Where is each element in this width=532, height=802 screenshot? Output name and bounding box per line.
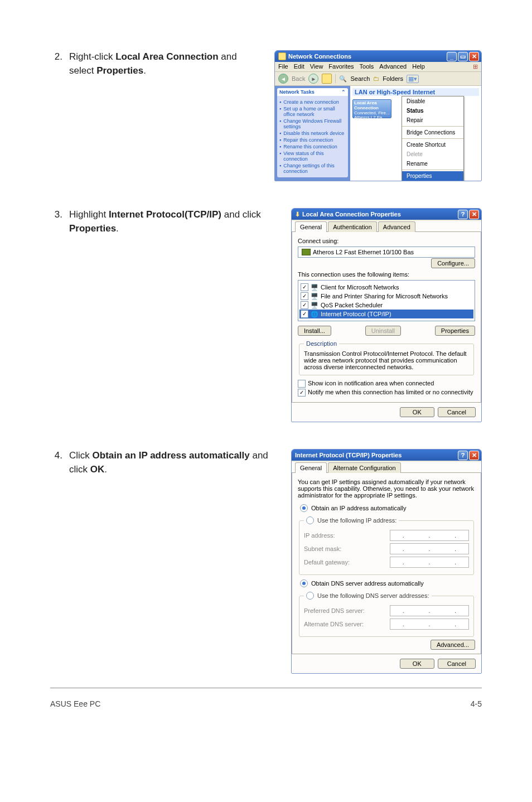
show-icon-checkbox[interactable] <box>298 380 306 388</box>
lan-icon: ⬇ <box>295 211 300 218</box>
menubar: File Edit View Favorites Tools Advanced … <box>275 62 481 72</box>
uninstall-button: Uninstall <box>365 326 401 336</box>
search-label: Search <box>350 75 370 82</box>
radio-ip-manual[interactable] <box>306 516 314 524</box>
views-icon[interactable]: ▦▾ <box>407 75 419 83</box>
help-button[interactable]: ? <box>458 451 468 460</box>
step2-text: Right-click Local Area Connection and se… <box>69 50 261 78</box>
up-button[interactable] <box>322 74 332 84</box>
comp-icon: 🌐 <box>311 311 318 318</box>
folders-icon[interactable]: 🗀 <box>373 75 379 82</box>
install-button[interactable]: Install... <box>298 326 331 336</box>
comp-icon: 🖥️ <box>311 293 318 300</box>
network-tasks-panel: ▪Create a new connection ▪Set up a home … <box>277 96 348 177</box>
xp-flag-icon: ⊞ <box>473 63 478 70</box>
step-number: 4. <box>50 449 62 476</box>
ctx-bridge[interactable]: Bridge Connections <box>402 128 463 137</box>
collapse-icon[interactable]: ⌃ <box>341 89 346 95</box>
step-number: 2. <box>50 50 62 78</box>
notify-checkbox[interactable] <box>298 389 306 397</box>
task-settings[interactable]: ▪Change settings of this connection <box>279 163 346 174</box>
task-rename[interactable]: ▪Rename this connection <box>279 144 346 149</box>
checkbox-icon[interactable] <box>301 283 308 291</box>
pdns-input: ... <box>390 605 469 616</box>
footer-left: ASUS Eee PC <box>50 699 100 708</box>
menu-help[interactable]: Help <box>412 63 425 70</box>
task-create[interactable]: ▪Create a new connection <box>279 99 346 105</box>
category-header: LAN or High-Speed Internet <box>352 88 479 96</box>
close-button[interactable]: ✕ <box>469 451 479 460</box>
menu-edit[interactable]: Edit <box>294 63 304 70</box>
dialog-title: Local Area Connection Properties <box>302 211 401 218</box>
task-repair[interactable]: ▪Repair this connection <box>279 137 346 143</box>
tab-altconfig[interactable]: Alternate Configuration <box>328 462 401 473</box>
description-label: Description <box>304 340 339 347</box>
tab-general[interactable]: General <box>295 221 327 232</box>
tab-auth[interactable]: Authentication <box>328 221 377 232</box>
advanced-button[interactable]: Advanced... <box>431 640 475 650</box>
comp-icon: 🖥️ <box>311 302 318 309</box>
help-button[interactable]: ? <box>458 210 468 219</box>
ctx-disable[interactable]: Disable <box>402 96 463 106</box>
radio-ip-manual-label: Use the following IP address: <box>317 517 396 524</box>
configure-button[interactable]: Configure... <box>431 258 475 268</box>
menu-tools[interactable]: Tools <box>360 63 374 70</box>
ok-button[interactable]: OK <box>400 407 434 417</box>
ctx-rename[interactable]: Rename <box>402 159 463 168</box>
notify-label: Notify me when this connection has limit… <box>308 389 473 395</box>
components-list[interactable]: 🖥️Client for Microsoft Networks 🖥️File a… <box>298 280 475 321</box>
nic-icon <box>302 249 311 255</box>
maximize-button[interactable]: ▭ <box>458 52 468 61</box>
ctx-delete: Delete <box>402 149 463 159</box>
footer-right: 4-5 <box>471 699 482 708</box>
checkbox-icon[interactable] <box>301 292 308 300</box>
menu-file[interactable]: File <box>278 63 288 70</box>
folders-label: Folders <box>383 75 403 82</box>
ctx-shortcut[interactable]: Create Shortcut <box>402 140 463 149</box>
adapter-name: Atheros L2 Fast Ethernet 10/100 Bas <box>313 249 414 255</box>
ctx-properties[interactable]: Properties <box>402 171 463 181</box>
checkbox-icon[interactable] <box>301 310 308 318</box>
tab-general[interactable]: General <box>295 462 327 473</box>
step-number: 3. <box>50 208 62 235</box>
uses-label: This connection uses the following items… <box>298 271 475 278</box>
forward-button[interactable]: ► <box>308 74 318 84</box>
cancel-button[interactable]: Cancel <box>438 407 476 417</box>
context-menu: Disable Status Repair Bridge Connections… <box>402 96 464 181</box>
lan-connection-icon[interactable]: Local Area Connection Connected, Fire...… <box>352 99 391 118</box>
step4-text: Click Obtain an IP address automatically… <box>69 449 278 476</box>
checkbox-icon[interactable] <box>301 301 308 309</box>
cancel-button[interactable]: Cancel <box>438 659 476 669</box>
radio-dns-auto[interactable] <box>300 579 308 587</box>
tab-adv[interactable]: Advanced <box>378 221 415 232</box>
task-firewall[interactable]: ▪Change Windows Firewall settings <box>279 118 346 129</box>
comp-icon: 🖥️ <box>311 284 318 291</box>
network-connections-window: Network Connections _ ▭ ✕ File Edit View… <box>274 50 482 181</box>
footer-separator <box>50 688 482 688</box>
task-setup[interactable]: ▪Set up a home or small office network <box>279 106 346 117</box>
side-tasks-title: Network Tasks <box>279 89 315 95</box>
search-icon[interactable]: 🔍 <box>339 75 347 83</box>
ctx-status[interactable]: Status <box>402 106 463 115</box>
nc-icon <box>278 52 286 60</box>
description-text: Transmission Control Protocol/Internet P… <box>304 350 469 370</box>
minimize-button[interactable]: _ <box>447 52 457 61</box>
menu-favorites[interactable]: Favorites <box>328 63 354 70</box>
close-button[interactable]: ✕ <box>469 52 479 61</box>
ok-button[interactable]: OK <box>400 659 434 669</box>
ctx-repair[interactable]: Repair <box>402 115 463 125</box>
menu-advanced[interactable]: Advanced <box>379 63 407 70</box>
show-icon-label: Show icon in notification area when conn… <box>308 380 434 386</box>
back-button[interactable]: ◄ <box>278 74 288 84</box>
task-disable[interactable]: ▪Disable this network device <box>279 131 346 136</box>
connect-using-label: Connect using: <box>298 238 475 244</box>
radio-ip-auto[interactable] <box>300 504 308 512</box>
radio-dns-auto-label: Obtain DNS server address automatically <box>311 580 424 587</box>
properties-button[interactable]: Properties <box>435 326 475 336</box>
close-button[interactable]: ✕ <box>469 210 479 219</box>
step3-text: Highlight Internet Protocol(TCP/IP) and … <box>69 208 278 235</box>
radio-dns-manual[interactable] <box>306 592 314 600</box>
menu-view[interactable]: View <box>310 63 323 70</box>
task-status[interactable]: ▪View status of this connection <box>279 151 346 162</box>
adns-label: Alternate DNS server: <box>304 621 364 627</box>
